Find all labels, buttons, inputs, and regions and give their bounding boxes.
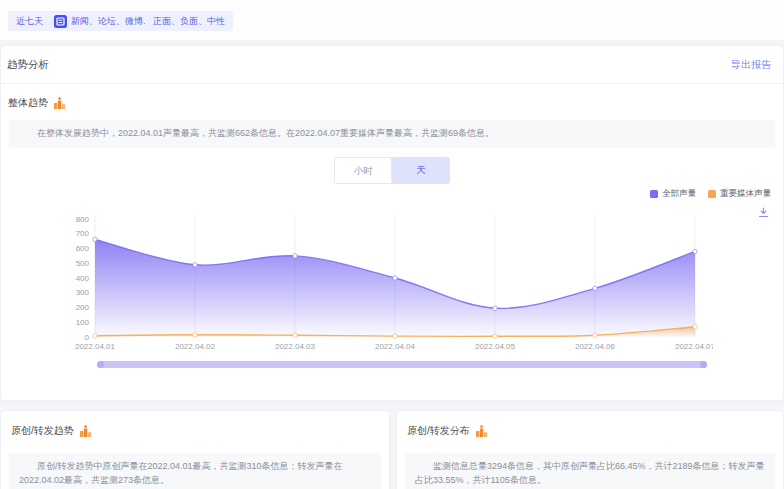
svg-text:2022.04.01: 2022.04.01 [75, 342, 116, 351]
filter-bar: 近七天 新闻、论坛、微博... 正面、负面、中性 [0, 0, 784, 40]
original-repost-distribution-card: 原创/转发分布 监测信息总量3294条信息，其中原创声量占比66.45%，共计2… [396, 410, 784, 489]
trend-analysis-header: 趋势分析 导出报告 [1, 46, 783, 84]
podium-icon [475, 425, 488, 438]
export-report-link[interactable]: 导出报告 [731, 58, 771, 72]
toggle-day-button[interactable]: 天 [392, 157, 450, 184]
download-chart-icon[interactable] [758, 204, 769, 222]
svg-text:300: 300 [76, 288, 90, 297]
legend-item-media-volume[interactable]: 重要媒体声量 [708, 188, 771, 200]
granularity-toggle: 小时 天 [334, 157, 450, 184]
chart-legend: 全部声量 重要媒体声量 [650, 188, 771, 200]
svg-text:0: 0 [85, 333, 90, 342]
filter-chip-date-range[interactable]: 近七天 [8, 11, 51, 31]
svg-text:2022.04.03: 2022.04.03 [275, 342, 316, 351]
legend-swatch-media [708, 190, 716, 198]
trend-chart-svg: 01002003004005006007008002022.04.012022.… [53, 209, 713, 357]
chart-scrollbar[interactable] [97, 361, 707, 368]
svg-text:200: 200 [76, 303, 90, 312]
svg-text:2022.04.02: 2022.04.02 [175, 342, 216, 351]
legend-label: 全部声量 [662, 188, 696, 200]
page: 近七天 新闻、论坛、微博... 正面、负面、中性 趋势分析 导出报告 整体趋势 [0, 0, 784, 489]
svg-text:2022.04.06: 2022.04.06 [575, 342, 616, 351]
podium-icon [53, 97, 66, 110]
card-summary: 监测信息总量3294条信息，其中原创声量占比66.45%，共计2189条信息；转… [405, 453, 775, 489]
filter-chip-label: 正面、负面、中性 [153, 11, 225, 31]
svg-text:2022.04.04: 2022.04.04 [375, 342, 416, 351]
filter-chip-sentiment[interactable]: 正面、负面、中性 [145, 11, 233, 31]
overall-trend-summary: 在整体发展趋势中，2022.04.01声量最高，共监测662条信息。在2022.… [9, 120, 775, 148]
toggle-hour-button[interactable]: 小时 [334, 157, 392, 184]
svg-text:2022.04.07: 2022.04.07 [675, 342, 713, 351]
scrollbar-right-handle[interactable] [700, 361, 707, 368]
card-title-row: 原创/转发趋势 [11, 424, 92, 438]
legend-item-all-volume[interactable]: 全部声量 [650, 188, 696, 200]
svg-text:600: 600 [76, 244, 90, 253]
page-title: 趋势分析 [7, 58, 49, 72]
svg-text:700: 700 [76, 229, 90, 238]
svg-text:400: 400 [76, 274, 90, 283]
svg-text:100: 100 [76, 318, 90, 327]
legend-label: 重要媒体声量 [720, 188, 771, 200]
overall-trend-title-row: 整体趋势 [8, 96, 66, 110]
svg-text:2022.04.05: 2022.04.05 [475, 342, 516, 351]
original-repost-trend-card: 原创/转发趋势 原创/转发趋势中原创声量在2022.04.01最高，共监测310… [0, 410, 390, 489]
svg-text:500: 500 [76, 259, 90, 268]
media-source-icon [54, 15, 67, 28]
podium-icon [79, 425, 92, 438]
scrollbar-left-handle[interactable] [97, 361, 104, 368]
card-title: 原创/转发分布 [407, 424, 470, 438]
card-summary: 原创/转发趋势中原创声量在2022.04.01最高，共监测310条信息；转发声量… [9, 453, 381, 489]
filter-chip-label: 近七天 [16, 11, 43, 31]
filter-chip-label: 新闻、论坛、微博... [71, 11, 151, 31]
svg-text:800: 800 [76, 215, 90, 224]
filter-chip-media-source[interactable]: 新闻、论坛、微博... [46, 11, 159, 31]
overall-trend-title: 整体趋势 [8, 96, 48, 110]
card-title: 原创/转发趋势 [11, 424, 74, 438]
card-title-row: 原创/转发分布 [407, 424, 488, 438]
trend-chart: 01002003004005006007008002022.04.012022.… [53, 209, 713, 357]
trend-analysis-card: 趋势分析 导出报告 整体趋势 在整体发展趋势中，2022.04.01声量最高，共… [0, 45, 784, 401]
legend-swatch-all [650, 190, 658, 198]
